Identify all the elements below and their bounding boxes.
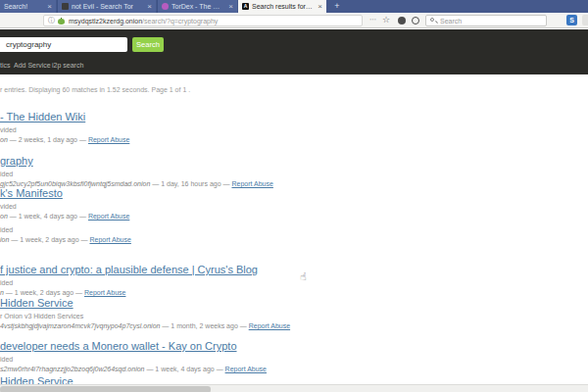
search-result: f justice and crypto: a plausible defens… xyxy=(0,263,412,297)
report-abuse-link[interactable]: Report Abuse xyxy=(88,213,129,220)
site-header: Search tics Add Service i2p search xyxy=(0,29,588,74)
result-age: — 2 weeks, 1 day ago — xyxy=(8,136,88,143)
result-description: ided xyxy=(0,355,412,364)
site-nav: tics Add Service i2p search xyxy=(0,62,294,72)
report-abuse-link[interactable]: Report Abuse xyxy=(249,322,290,329)
result-title-link[interactable]: Hidden Service xyxy=(0,296,412,310)
result-onion-url: s2mw0rhr4i7rhagnzzjjo2bzoq6j0w264sqd.oni… xyxy=(0,366,144,372)
site-search-button[interactable]: Search xyxy=(132,37,164,52)
search-result: k's Manifesto vided on — 1 week, 4 days … xyxy=(0,186,412,220)
report-abuse-link[interactable]: Report Abuse xyxy=(88,136,129,143)
scrollbar-thumb[interactable] xyxy=(0,386,211,392)
search-icon xyxy=(430,18,437,24)
tab-active-search-results[interactable]: A Search results for cryptography × xyxy=(238,0,326,13)
site-search-input[interactable] xyxy=(0,37,127,52)
url-bar[interactable]: ⓘ msydqstlz2kzerdg.onion/search/?q=crypt… xyxy=(43,15,363,26)
result-meta: on — 2 weeks, 1 day ago — Report Abuse xyxy=(0,135,412,144)
search-result: ided ion — 1 week, 2 days ago — Report A… xyxy=(0,223,412,244)
search-result: graphy ided gjc52ucy2pf5un0biqw3kbsfi0fj… xyxy=(0,154,412,188)
result-onion-url: on xyxy=(0,136,8,143)
new-tab-button[interactable]: + xyxy=(330,0,344,13)
report-abuse-link[interactable]: Report Abuse xyxy=(225,366,267,372)
tab-close-icon[interactable]: × xyxy=(318,2,322,11)
result-age: — 1 month, 2 weeks ago — xyxy=(160,322,248,329)
mouse-cursor: ☝ xyxy=(300,270,307,283)
result-meta: on — 1 week, 4 days ago — Report Abuse xyxy=(0,212,412,220)
overflow-extension-icon[interactable] xyxy=(582,15,588,25)
result-age: — 1 week, 2 days ago — xyxy=(9,236,89,243)
url-domain: msydqstlz2kzerdg.onion xyxy=(69,18,142,24)
result-meta: ion — 1 week, 2 days ago — Report Abuse xyxy=(0,235,412,244)
bookmark-star-icon[interactable]: ☆ xyxy=(382,15,390,24)
tab-close-icon[interactable]: × xyxy=(147,2,152,11)
search-lens xyxy=(430,18,434,22)
tab-label: not Evil - Search Tor xyxy=(72,3,143,10)
tab-close-icon[interactable]: × xyxy=(228,2,233,11)
result-onion-url: on xyxy=(0,213,8,220)
nav-link-i2p-search[interactable]: i2p search xyxy=(52,62,83,69)
horizontal-scrollbar[interactable] xyxy=(0,384,588,392)
tordex-favicon xyxy=(162,3,169,10)
url-path: /search/?q=cryptography xyxy=(142,18,218,24)
toolbar-search-box[interactable] xyxy=(425,15,547,26)
ahmia-favicon: A xyxy=(242,3,249,10)
nav-link-statistics[interactable]: tics xyxy=(0,62,11,69)
result-age: — 1 week, 4 days ago — xyxy=(8,213,88,220)
circuit-display-icon[interactable] xyxy=(412,17,419,24)
onion-bulb xyxy=(58,19,65,24)
tab-tordex[interactable]: TorDex - The Uncensored Tor Index × xyxy=(157,0,237,13)
result-title-link[interactable]: developer needs a Monero wallet - Kay on… xyxy=(0,339,412,353)
result-age: — 1 week, 4 days ago — xyxy=(144,366,224,372)
results-stats: r entries. Displaying 60 matches in 1.52… xyxy=(0,86,190,93)
nav-link-add-service[interactable]: Add Service xyxy=(14,62,51,69)
result-title-link[interactable]: k's Manifesto xyxy=(0,186,412,200)
tab-not-evil[interactable]: not Evil - Search Tor × xyxy=(57,0,156,13)
onion-circuit-icon[interactable] xyxy=(58,18,65,24)
tab-bar: Search! × not Evil - Search Tor × TorDex… xyxy=(0,0,588,13)
result-description: r Onion v3 Hidden Services xyxy=(0,312,412,320)
search-result: - The Hidden Wiki vided on — 2 weeks, 1 … xyxy=(0,110,412,144)
tor-onion-menu-icon[interactable] xyxy=(398,17,406,24)
result-description: vided xyxy=(0,125,412,134)
search-result: Hidden Service r Onion v3 Hidden Service… xyxy=(0,296,412,330)
toolbar-search-input[interactable] xyxy=(440,18,542,24)
result-title-link[interactable]: f justice and crypto: a plausible defens… xyxy=(0,263,412,276)
report-abuse-link[interactable]: Report Abuse xyxy=(89,236,130,243)
result-description: ided xyxy=(0,278,412,287)
result-onion-url: ion xyxy=(0,236,9,243)
result-age: — 1 week, 2 days ago — xyxy=(4,289,84,296)
tab-label: Search results for cryptography xyxy=(252,3,314,10)
tab-label: TorDex - The Uncensored Tor Index xyxy=(172,3,224,10)
search-result: developer needs a Monero wallet - Kay on… xyxy=(0,339,412,373)
result-title-link[interactable]: graphy xyxy=(0,154,412,168)
result-description: vided xyxy=(0,202,412,211)
result-onion-url: 4vstjskbhgjdjvajmzaron4mcvk7jvqnypo4p7cy… xyxy=(0,322,160,329)
tab-search[interactable]: Search! × xyxy=(0,0,56,13)
page-actions-icon[interactable]: ⋯ xyxy=(369,16,376,24)
tab-close-icon[interactable]: × xyxy=(47,2,52,11)
result-description: ided xyxy=(0,170,412,178)
tab-label: Search! xyxy=(4,3,43,10)
result-meta: s2mw0rhr4i7rhagnzzjjo2bzoq6j0w264sqd.oni… xyxy=(0,365,412,373)
page-info-icon[interactable]: ⓘ xyxy=(48,16,55,25)
browser-window: Search! × not Evil - Search Tor × TorDex… xyxy=(0,0,588,392)
noscript-icon[interactable]: S xyxy=(566,15,577,25)
result-meta: 4vstjskbhgjdjvajmzaron4mcvk7jvqnypo4p7cy… xyxy=(0,321,412,330)
result-title-link[interactable]: - The Hidden Wiki xyxy=(0,110,412,123)
result-description: ided xyxy=(0,225,412,234)
navigation-toolbar: ⓘ msydqstlz2kzerdg.onion/search/?q=crypt… xyxy=(0,13,588,28)
report-abuse-link[interactable]: Report Abuse xyxy=(84,289,125,296)
not-evil-favicon xyxy=(62,3,69,10)
search-handle xyxy=(435,21,438,24)
